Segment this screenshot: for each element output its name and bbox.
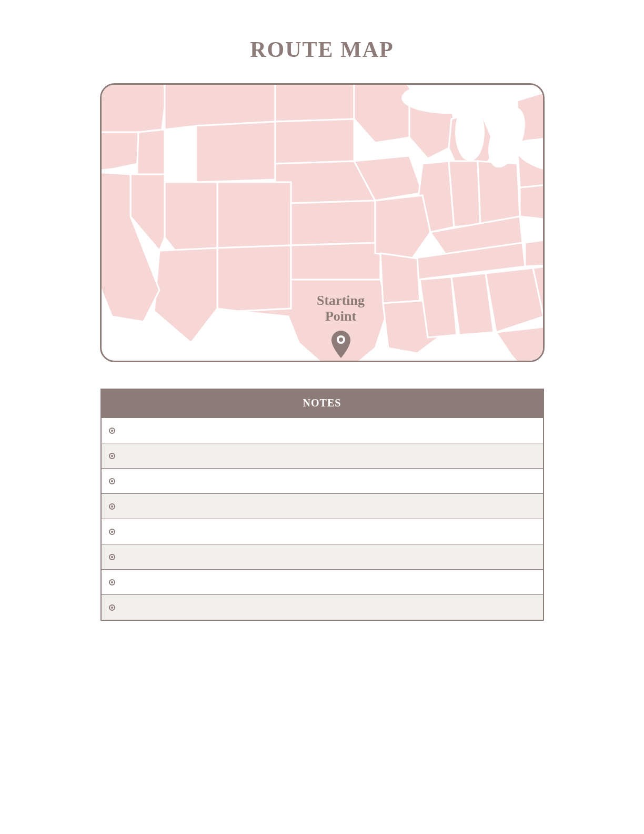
bullet-icon: [109, 503, 115, 510]
bullet-icon: [109, 579, 115, 585]
notes-row[interactable]: [102, 468, 543, 493]
notes-row[interactable]: [102, 443, 543, 468]
bullet-icon: [109, 529, 115, 535]
bullet-icon: [109, 604, 115, 611]
notes-header: NOTES: [102, 389, 543, 418]
svg-point-1: [455, 103, 485, 161]
notes-row[interactable]: [102, 519, 543, 544]
starting-point-label: Starting Point: [317, 293, 365, 324]
route-map-frame: Starting Point: [100, 83, 545, 362]
map-starting-point: Starting Point: [309, 293, 373, 358]
bullet-icon: [109, 453, 115, 459]
map-pin-icon: [331, 331, 350, 358]
notes-row[interactable]: [102, 594, 543, 620]
notes-row[interactable]: [102, 569, 543, 594]
notes-row[interactable]: [102, 418, 543, 443]
svg-point-0: [401, 83, 496, 114]
bullet-icon: [109, 478, 115, 484]
bullet-icon: [109, 428, 115, 434]
starting-point-label-line1: Starting: [317, 293, 365, 308]
page-title: ROUTE MAP: [250, 37, 394, 62]
bullet-icon: [109, 554, 115, 560]
notes-section: NOTES: [100, 389, 544, 621]
notes-row[interactable]: [102, 544, 543, 569]
starting-point-label-line2: Point: [325, 309, 356, 324]
svg-point-6: [339, 337, 343, 342]
notes-row[interactable]: [102, 493, 543, 519]
